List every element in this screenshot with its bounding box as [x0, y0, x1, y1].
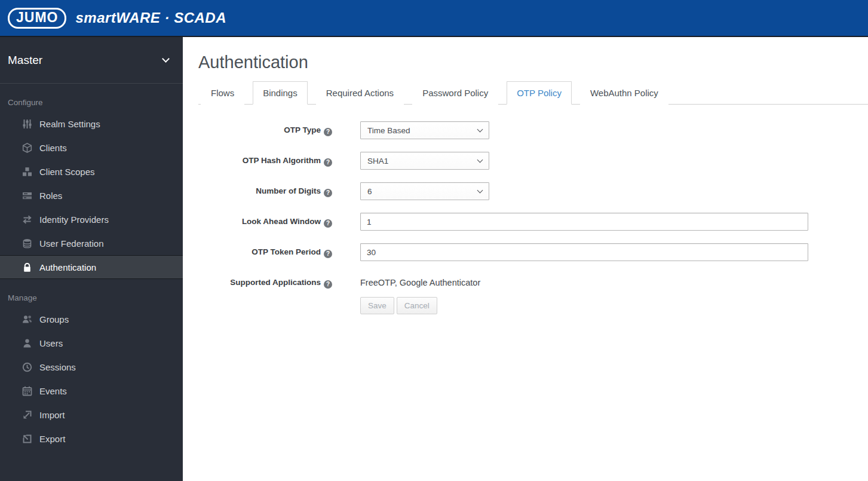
- help-icon[interactable]: ?: [324, 128, 332, 136]
- sidebar-item-realm-settings[interactable]: Realm Settings: [0, 112, 183, 136]
- sidebar-item-label: Events: [39, 386, 67, 396]
- otp-token-period-label: OTP Token Period?: [198, 243, 332, 258]
- help-icon[interactable]: ?: [324, 219, 332, 228]
- exchange-icon: [22, 215, 32, 225]
- sidebar-item-label: Realm Settings: [39, 119, 100, 129]
- clock-icon: [22, 362, 32, 372]
- look-ahead-window-label: Look Ahead Window?: [198, 213, 332, 228]
- chevron-down-icon: [162, 55, 170, 63]
- tab-required-actions[interactable]: Required Actions: [316, 81, 404, 105]
- sidebar-item-label: Import: [39, 410, 65, 420]
- help-icon[interactable]: ?: [324, 280, 332, 289]
- otp-type-label: OTP Type?: [198, 121, 332, 136]
- tab-flows[interactable]: Flows: [201, 81, 244, 105]
- main-content: Authentication Flows Bindings Required A…: [183, 37, 868, 481]
- help-icon[interactable]: ?: [324, 158, 332, 167]
- tab-otp-policy[interactable]: OTP Policy: [507, 81, 572, 105]
- sidebar-item-label: Clients: [39, 143, 67, 153]
- sliders-icon: [22, 119, 32, 129]
- chevron-down-icon: [477, 187, 483, 193]
- sidebar-item-label: Users: [39, 338, 63, 348]
- look-ahead-window-input[interactable]: [360, 213, 808, 231]
- number-of-digits-label: Number of Digits?: [198, 182, 332, 197]
- supported-applications-label: Supported Applications?: [198, 274, 332, 289]
- manage-nav: Groups Users Sessions Events Import: [0, 307, 183, 451]
- users-icon: [22, 314, 32, 324]
- calendar-icon: [22, 386, 32, 396]
- lock-icon: [22, 262, 32, 272]
- form-row-otp-token-period: OTP Token Period?: [198, 243, 868, 261]
- help-icon[interactable]: ?: [324, 189, 332, 197]
- import-icon: [22, 410, 32, 420]
- sidebar-item-label: User Federation: [39, 238, 104, 249]
- cube-icon: [22, 143, 32, 153]
- cubes-icon: [22, 167, 32, 177]
- realm-selector[interactable]: Master: [0, 37, 183, 84]
- cancel-button[interactable]: Cancel: [397, 297, 437, 314]
- chevron-down-icon: [477, 157, 483, 163]
- otp-hash-algorithm-value: SHA1: [367, 157, 388, 166]
- sidebar-item-roles[interactable]: Roles: [0, 183, 183, 207]
- chevron-down-icon: [477, 126, 483, 132]
- sidebar-item-label: Identity Providers: [39, 215, 109, 225]
- otp-hash-algorithm-label: OTP Hash Algorithm?: [198, 152, 332, 167]
- tab-bar: Flows Bindings Required Actions Password…: [198, 81, 868, 105]
- sidebar-item-label: Sessions: [39, 362, 76, 372]
- sidebar-item-label: Groups: [39, 314, 69, 324]
- supported-applications-value: FreeOTP, Google Authenticator: [360, 274, 480, 287]
- sidebar-item-label: Export: [39, 434, 65, 444]
- sidebar-item-users[interactable]: Users: [0, 331, 183, 355]
- app-header: JUMO smartWARE · SCADA: [0, 0, 868, 37]
- product-name: smartWARE · SCADA: [75, 10, 226, 26]
- form-row-number-of-digits: Number of Digits? 6: [198, 182, 868, 200]
- sidebar-item-identity-providers[interactable]: Identity Providers: [0, 207, 183, 231]
- sidebar-item-events[interactable]: Events: [0, 379, 183, 403]
- form-row-otp-type: OTP Type? Time Based: [198, 121, 868, 139]
- sidebar: Master Configure Realm Settings Clients …: [0, 37, 183, 481]
- form-row-look-ahead-window: Look Ahead Window?: [198, 213, 868, 231]
- export-icon: [22, 434, 32, 444]
- user-icon: [22, 338, 32, 348]
- tab-bindings[interactable]: Bindings: [253, 81, 308, 105]
- tab-password-policy[interactable]: Password Policy: [412, 81, 498, 105]
- otp-type-select[interactable]: Time Based: [360, 121, 489, 139]
- tasks-icon: [22, 191, 32, 201]
- help-icon[interactable]: ?: [324, 250, 332, 258]
- form-row-otp-hash-algorithm: OTP Hash Algorithm? SHA1: [198, 152, 868, 170]
- sidebar-item-label: Authentication: [39, 262, 96, 272]
- sidebar-item-label: Client Scopes: [39, 167, 95, 177]
- number-of-digits-value: 6: [367, 187, 372, 196]
- sidebar-item-label: Roles: [39, 191, 62, 201]
- realm-name: Master: [8, 54, 42, 67]
- jumo-logo: JUMO: [8, 8, 66, 29]
- otp-hash-algorithm-select[interactable]: SHA1: [360, 152, 489, 170]
- otp-type-value: Time Based: [367, 126, 410, 135]
- otp-token-period-input[interactable]: [360, 243, 808, 261]
- sidebar-item-sessions[interactable]: Sessions: [0, 355, 183, 379]
- number-of-digits-select[interactable]: 6: [360, 182, 489, 200]
- database-icon: [22, 238, 32, 249]
- sidebar-item-client-scopes[interactable]: Client Scopes: [0, 160, 183, 183]
- sidebar-item-authentication[interactable]: Authentication: [0, 255, 183, 279]
- sidebar-item-import[interactable]: Import: [0, 403, 183, 427]
- sidebar-item-user-federation[interactable]: User Federation: [0, 231, 183, 255]
- page-title: Authentication: [198, 50, 868, 74]
- tab-webauthn-policy[interactable]: WebAuthn Policy: [580, 81, 668, 105]
- section-label-manage: Manage: [8, 293, 183, 302]
- save-button[interactable]: Save: [360, 297, 394, 314]
- otp-policy-form: OTP Type? Time Based OTP Hash Algorithm?…: [198, 121, 868, 314]
- sidebar-item-groups[interactable]: Groups: [0, 307, 183, 331]
- sidebar-item-export[interactable]: Export: [0, 427, 183, 451]
- sidebar-item-clients[interactable]: Clients: [0, 136, 183, 160]
- form-row-supported-applications: Supported Applications? FreeOTP, Google …: [198, 274, 868, 289]
- configure-nav: Realm Settings Clients Client Scopes Rol…: [0, 112, 183, 279]
- section-label-configure: Configure: [8, 98, 183, 107]
- form-actions: SaveCancel: [198, 297, 868, 314]
